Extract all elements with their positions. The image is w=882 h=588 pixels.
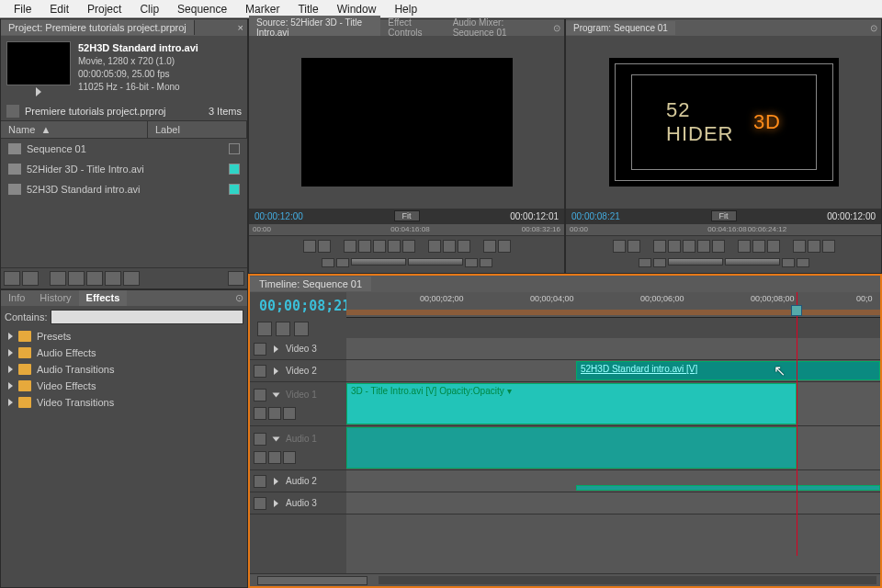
jog-slider[interactable] xyxy=(668,258,723,266)
track-header-v3[interactable]: Video 3 xyxy=(250,338,346,360)
menu-window[interactable]: Window xyxy=(328,1,386,17)
timeline-scrollbar[interactable] xyxy=(250,573,880,586)
panel-menu-icon[interactable]: ⊙ xyxy=(232,290,247,306)
goto-out-button[interactable] xyxy=(402,240,415,253)
goto-out-button[interactable] xyxy=(712,240,725,253)
track-header-v1[interactable]: Video 1 xyxy=(250,382,346,426)
program-timecode[interactable]: 00:00:08:21 xyxy=(571,211,620,221)
zoom-slider[interactable] xyxy=(257,576,368,585)
effects-folder[interactable]: Audio Transitions xyxy=(1,361,247,378)
bin-item[interactable]: Sequence 01 xyxy=(1,139,247,159)
chevron-down-icon[interactable] xyxy=(273,436,280,441)
menu-clip[interactable]: Clip xyxy=(130,1,168,17)
lane-v1[interactable]: 3D - Title Intro.avi [V] Opacity:Opacity… xyxy=(346,382,880,426)
bin-item[interactable]: 52Hider 3D - Title Intro.avi xyxy=(1,159,247,179)
track-option-button[interactable] xyxy=(283,407,296,420)
trim-button[interactable] xyxy=(822,240,835,253)
new-item-button[interactable] xyxy=(105,271,121,286)
goto-in-button[interactable] xyxy=(344,240,356,253)
set-out-button[interactable] xyxy=(628,240,640,253)
lane-v3[interactable] xyxy=(346,338,880,360)
lane-a2[interactable] xyxy=(346,470,880,492)
output-button[interactable] xyxy=(767,240,780,253)
track-header-a2[interactable]: Audio 2 xyxy=(250,470,346,492)
track-option-button[interactable] xyxy=(254,407,266,420)
delete-button[interactable] xyxy=(123,271,140,286)
source-ruler[interactable]: 00:00 00:04:16:08 00:08:32:16 xyxy=(249,223,564,236)
menu-edit[interactable]: Edit xyxy=(40,1,78,17)
source-viewer[interactable] xyxy=(301,58,513,187)
prev-edit-button[interactable] xyxy=(653,258,666,267)
insert-button[interactable] xyxy=(483,240,496,253)
export-frame-button[interactable] xyxy=(797,258,809,267)
timeline-ruler[interactable]: 00;00;02;00 00;00;04;00 00;00;06;00 00;0… xyxy=(346,292,880,318)
project-bin[interactable]: Sequence 01 52Hider 3D - Title Intro.avi… xyxy=(1,139,247,267)
lane-a1[interactable] xyxy=(346,426,880,470)
timeline-tab[interactable]: Timeline: Sequence 01 xyxy=(250,277,371,291)
track-option-button[interactable] xyxy=(268,451,281,464)
label-swatch[interactable] xyxy=(229,143,240,154)
track-option-button[interactable] xyxy=(254,451,266,464)
program-viewer[interactable]: 52 HIDER 3D xyxy=(609,58,839,187)
clip-a1[interactable] xyxy=(346,427,797,469)
overlay-button[interactable] xyxy=(498,240,511,253)
effects-folder[interactable]: Audio Effects xyxy=(1,345,247,361)
track-header-a1[interactable]: Audio 1 xyxy=(250,426,346,470)
play-button[interactable] xyxy=(373,240,386,253)
label-swatch[interactable] xyxy=(229,184,240,195)
panel-menu-icon[interactable]: ⊙ xyxy=(549,21,564,35)
track-option-button[interactable] xyxy=(283,451,296,464)
menu-title[interactable]: Title xyxy=(288,1,327,17)
step-fwd-button[interactable] xyxy=(388,240,401,253)
step-fwd-button[interactable] xyxy=(697,240,710,253)
program-tab[interactable]: Program: Sequence 01 xyxy=(566,21,675,35)
chevron-down-icon[interactable] xyxy=(273,392,280,397)
clip-a2[interactable] xyxy=(576,485,880,491)
prev-marker-button[interactable] xyxy=(336,258,349,267)
shuttle-slider[interactable] xyxy=(408,258,463,266)
source-timecode-in[interactable]: 00:00:12:00 xyxy=(254,211,303,221)
eye-icon[interactable] xyxy=(254,365,266,378)
track-header-v2[interactable]: Video 2 xyxy=(250,360,346,382)
tab-history[interactable]: History xyxy=(32,290,78,306)
chevron-right-icon[interactable] xyxy=(274,478,278,485)
speaker-icon[interactable] xyxy=(254,475,266,488)
program-zoom-dropdown[interactable]: Fit xyxy=(711,210,737,221)
menu-sequence[interactable]: Sequence xyxy=(168,1,236,17)
lane-v2[interactable]: 52H3D Standard intro.avi [V] ↖ xyxy=(346,360,880,382)
speaker-icon[interactable] xyxy=(254,433,266,446)
tab-effects[interactable]: Effects xyxy=(79,290,128,306)
col-label[interactable]: Label xyxy=(148,121,247,138)
step-back-button[interactable] xyxy=(668,240,681,253)
eye-icon[interactable] xyxy=(254,389,266,401)
chevron-right-icon[interactable] xyxy=(274,345,278,353)
effects-folder[interactable]: Presets xyxy=(1,328,247,345)
output-button[interactable] xyxy=(458,240,470,253)
eye-icon[interactable] xyxy=(254,343,266,356)
next-edit-button[interactable] xyxy=(782,258,795,267)
hscroll-bar[interactable] xyxy=(379,576,876,584)
track-header-a3[interactable]: Audio 3 xyxy=(250,492,346,514)
project-tab[interactable]: Project: Premiere tutorials project.prpr… xyxy=(1,20,195,35)
jog-slider[interactable] xyxy=(351,258,406,266)
panel-menu-icon[interactable]: ⊙ xyxy=(866,21,881,35)
bin-item[interactable]: 52H3D Standard intro.avi xyxy=(1,179,247,199)
toggle-take-button[interactable] xyxy=(480,258,492,267)
tab-info[interactable]: Info xyxy=(1,290,32,306)
step-back-button[interactable] xyxy=(358,240,371,253)
timeline-playhead-timecode[interactable]: 00;00;08;21 xyxy=(250,292,346,320)
next-marker-button[interactable] xyxy=(465,258,478,267)
clip-v2[interactable]: 52H3D Standard intro.avi [V] xyxy=(576,361,880,380)
play-button[interactable] xyxy=(683,240,695,253)
find-button[interactable] xyxy=(68,271,85,286)
set-in-button[interactable] xyxy=(613,240,626,253)
marker-button[interactable] xyxy=(322,258,334,267)
goto-in-button[interactable] xyxy=(653,240,666,253)
menu-file[interactable]: File xyxy=(5,1,40,17)
col-name[interactable]: Name ▲ xyxy=(1,121,148,138)
snap-button[interactable] xyxy=(257,322,272,336)
set-in-button[interactable] xyxy=(303,240,316,253)
set-out-button[interactable] xyxy=(318,240,331,253)
shuttle-slider[interactable] xyxy=(725,258,780,266)
menu-project[interactable]: Project xyxy=(78,1,130,17)
